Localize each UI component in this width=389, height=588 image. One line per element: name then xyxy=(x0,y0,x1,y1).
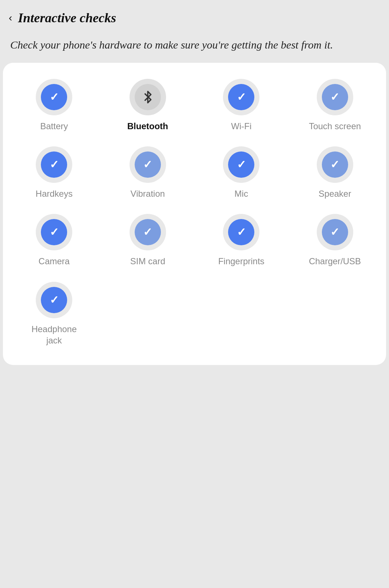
item-label-headphonejack: Headphone jack xyxy=(31,323,77,346)
item-label-hardkeys: Hardkeys xyxy=(36,188,73,199)
item-label-bluetooth: Bluetooth xyxy=(127,120,168,132)
check-item-mic[interactable]: ✓Mic xyxy=(194,141,288,205)
item-label-chargerusb: Charger/USB xyxy=(309,255,361,267)
check-item-wifi[interactable]: ✓Wi-Fi xyxy=(194,73,288,138)
check-item-fingerprints[interactable]: ✓Fingerprints xyxy=(194,208,288,273)
item-label-vibration: Vibration xyxy=(131,188,165,199)
check-item-camera[interactable]: ✓Camera xyxy=(7,208,101,273)
item-label-mic: Mic xyxy=(235,188,248,199)
checks-grid: ✓Battery Bluetooth✓Wi-Fi✓Touch screen✓Ha… xyxy=(7,73,382,352)
check-item-touchscreen[interactable]: ✓Touch screen xyxy=(288,73,382,138)
check-item-bluetooth[interactable]: Bluetooth xyxy=(101,73,195,138)
check-item-battery[interactable]: ✓Battery xyxy=(7,73,101,138)
check-item-headphonejack[interactable]: ✓Headphone jack xyxy=(7,276,101,352)
item-label-battery: Battery xyxy=(40,120,68,132)
check-item-hardkeys[interactable]: ✓Hardkeys xyxy=(7,141,101,205)
check-item-vibration[interactable]: ✓Vibration xyxy=(101,141,195,205)
item-label-speaker: Speaker xyxy=(319,188,351,199)
item-label-wifi: Wi-Fi xyxy=(231,120,251,132)
item-label-fingerprints: Fingerprints xyxy=(218,255,265,267)
subtitle-text: Check your phone's hardware to make sure… xyxy=(0,31,389,63)
back-button[interactable]: ‹ xyxy=(9,12,12,24)
item-label-simcard: SIM card xyxy=(130,255,165,267)
header: ‹ Interactive checks xyxy=(0,0,389,31)
checks-card: ✓Battery Bluetooth✓Wi-Fi✓Touch screen✓Ha… xyxy=(3,63,386,365)
item-label-touchscreen: Touch screen xyxy=(309,120,361,132)
check-item-chargerusb[interactable]: ✓Charger/USB xyxy=(288,208,382,273)
check-item-simcard[interactable]: ✓SIM card xyxy=(101,208,195,273)
check-item-speaker[interactable]: ✓Speaker xyxy=(288,141,382,205)
page-title: Interactive checks xyxy=(18,10,116,26)
item-label-camera: Camera xyxy=(39,255,70,267)
